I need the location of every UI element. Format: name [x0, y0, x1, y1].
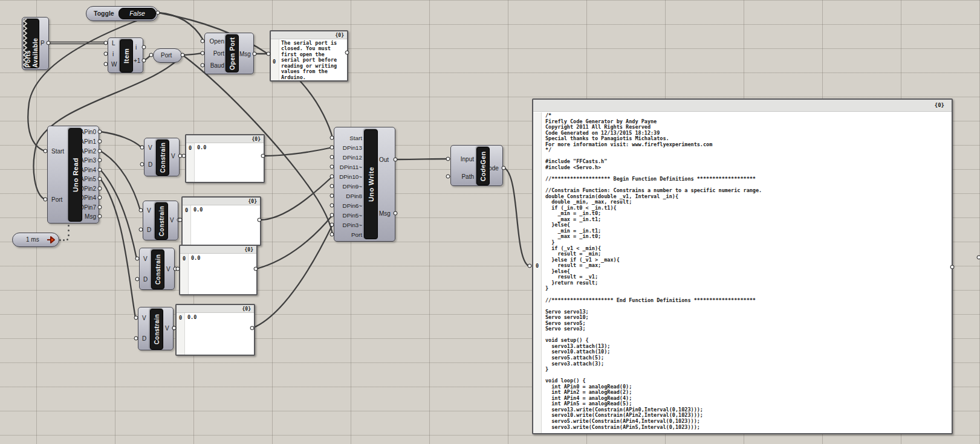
uno-write-dpin11-grip[interactable] [330, 165, 334, 169]
serial-panel-output-grip[interactable] [345, 51, 349, 55]
code-output-panel[interactable]: {0} 0 /* Firefly Code Generator by Andy … [532, 98, 953, 434]
uno-write-dpin8-grip[interactable] [330, 194, 334, 198]
value-panel-3-in-grip[interactable] [176, 267, 180, 271]
value-panel-2[interactable]: {0} 0 0.0 [181, 196, 261, 246]
uno-read-apin3-grip[interactable] [98, 158, 102, 162]
codegen-path-grip[interactable] [446, 175, 450, 179]
grasshopper-canvas[interactable]: Ports Available P Toggle False L i W Ite… [0, 0, 980, 444]
uno-read-output-dpin7: DPin7 [76, 204, 96, 211]
constrain3-input-d: D [143, 276, 148, 283]
item-input-l-grip[interactable] [104, 41, 108, 45]
constrain2-label: Constrain [155, 202, 168, 240]
item-component[interactable]: L i W Item i +1 [108, 37, 143, 73]
uno-write-dpin5-grip[interactable] [330, 213, 334, 217]
uno-write-start-grip[interactable] [330, 136, 334, 140]
uno-write-dpin12-grip[interactable] [330, 155, 334, 159]
constrain-component-2[interactable]: V D Constrain V [143, 201, 178, 240]
uno-write-port-grip[interactable] [330, 233, 334, 237]
constrain4-d-grip[interactable] [134, 336, 138, 341]
constrain3-v-grip[interactable] [135, 257, 140, 261]
uno-write-out-grip[interactable] [394, 158, 398, 162]
port-param[interactable]: Port [153, 48, 182, 63]
offscreen-component-grip[interactable] [977, 256, 980, 260]
value-panel-1[interactable]: {0} 0 0.0 [185, 134, 265, 183]
constrain2-d-grip[interactable] [139, 228, 143, 232]
item-input-i-grip[interactable] [104, 52, 108, 56]
value-panel-2-out-grip[interactable] [258, 218, 262, 222]
toggle-output-grip[interactable] [156, 11, 160, 15]
codegen-input-grip[interactable] [446, 157, 450, 161]
uno-read-apin2-grip[interactable] [98, 149, 102, 153]
wire-p2-to-dpin10 [260, 176, 333, 220]
serial-message-panel[interactable]: {0} 0 The serial port is closed. You mus… [270, 30, 348, 82]
codegen-component[interactable]: Input Path CodeGen Code [450, 145, 503, 186]
value-panel-1-in-grip[interactable] [182, 154, 186, 158]
uno-read-start-grip[interactable] [44, 149, 48, 153]
ports-available-component[interactable]: Ports Available P [22, 17, 49, 70]
uno-read-msg-grip[interactable] [98, 214, 102, 219]
constrain1-v-grip[interactable] [140, 146, 144, 150]
codegen-code-grip[interactable] [502, 166, 506, 170]
uno-read-apin4-grip[interactable] [98, 168, 102, 172]
value-panel-4-in-grip[interactable] [172, 326, 177, 330]
uno-read-apin5-grip[interactable] [98, 177, 102, 181]
item-output-plus1-grip[interactable] [142, 59, 146, 63]
constrain-component-4[interactable]: V D Constrain V [138, 307, 174, 350]
open-port-input-port-grip[interactable] [201, 51, 205, 56]
constrain4-v-grip[interactable] [134, 316, 138, 320]
item-input-w-grip[interactable] [104, 62, 108, 66]
value-panel-4-out-grip[interactable] [250, 326, 255, 330]
constrain3-d-grip[interactable] [135, 277, 140, 282]
port-param-input-grip[interactable] [149, 53, 154, 57]
constrain2-v-grip[interactable] [139, 208, 143, 213]
timer-component[interactable]: 1 ms [12, 233, 59, 247]
wire-p4-to-dpin3 [253, 225, 333, 328]
uno-write-dpin9-grip[interactable] [330, 184, 334, 188]
open-port-component[interactable]: Open Port Baud Open Port Msg [204, 33, 254, 74]
uno-write-dpin13-grip[interactable] [330, 146, 334, 150]
value-panel-2-value: 0.0 [193, 207, 203, 213]
uno-write-msg-grip[interactable] [394, 211, 398, 216]
uno-write-output-out: Out [379, 156, 389, 164]
timer-trail-dot [59, 239, 61, 241]
value-panel-1-out-grip[interactable] [261, 154, 265, 158]
wire-port-to-openport [183, 53, 203, 55]
constrain-component-1[interactable]: V D Constrain V [144, 138, 180, 176]
toggle-component[interactable]: Toggle False [86, 6, 158, 21]
item-output-i-grip[interactable] [142, 45, 146, 50]
value-panel-3[interactable]: {0} 0 0.0 [179, 245, 258, 295]
serial-panel-input-grip[interactable] [267, 52, 271, 56]
value-panel-2-in-grip[interactable] [178, 218, 183, 222]
open-port-output-msg-grip[interactable] [253, 52, 257, 56]
uno-read-port-grip[interactable] [44, 198, 48, 202]
value-panel-3-out-grip[interactable] [254, 267, 258, 271]
constrain-component-3[interactable]: V D Constrain V [139, 248, 175, 290]
code-panel-output-grip[interactable] [950, 265, 955, 269]
constrain4-output-v: V [165, 325, 169, 332]
uno-read-dpin4-grip[interactable] [98, 196, 102, 200]
ports-available-output-grip[interactable] [47, 41, 51, 45]
uno-write-label: Uno Write [364, 129, 378, 239]
uno-write-input-dpin3: DPin3~ [336, 222, 362, 229]
uno-read-dpin7-grip[interactable] [98, 205, 102, 210]
uno-write-dpin10-grip[interactable] [330, 175, 334, 179]
open-port-input-baud-grip[interactable] [201, 63, 205, 68]
uno-write-component[interactable]: Start DPin13 DPin12 DPin11~ DPin10~ DPin… [334, 127, 395, 242]
serial-message-panel-index: 0 [273, 59, 276, 65]
port-param-output-grip[interactable] [181, 53, 185, 57]
uno-read-apin0-grip[interactable] [98, 130, 102, 134]
constrain1-d-grip[interactable] [140, 162, 144, 167]
code-panel-input-grip[interactable] [528, 264, 532, 268]
timer-trail-dot [68, 234, 70, 236]
uno-read-component[interactable]: Start Port Uno Read APin0 APin1 APin2 AP… [47, 126, 99, 224]
uno-write-dpin3-grip[interactable] [330, 223, 334, 227]
toggle-value[interactable]: False [118, 8, 156, 19]
uno-read-apin1-grip[interactable] [98, 140, 102, 144]
zigzag-edge [23, 19, 27, 68]
open-port-input-open-grip[interactable] [201, 39, 205, 43]
item-input-l: L [112, 40, 115, 47]
uno-read-dpin2-grip[interactable] [98, 187, 102, 191]
code-panel-indexcol [533, 112, 542, 433]
uno-write-dpin6-grip[interactable] [330, 204, 334, 208]
value-panel-4[interactable]: {0} 0 0.0 [175, 304, 255, 356]
